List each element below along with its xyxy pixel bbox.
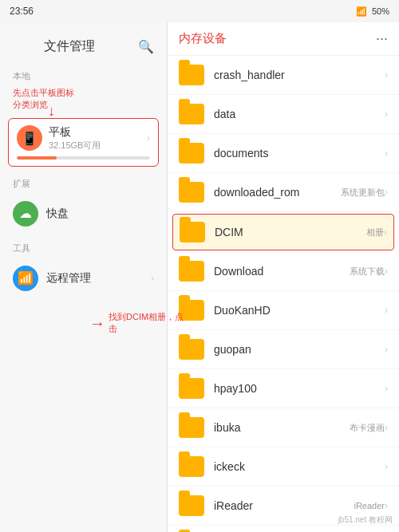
file-subtitle: 系统更新包 xyxy=(341,187,385,199)
folder-icon xyxy=(179,417,204,438)
file-arrow-icon: › xyxy=(385,305,388,316)
folder-icon xyxy=(179,495,204,516)
file-subtitle: 布卡漫画 xyxy=(350,422,385,434)
folder-icon-dcim xyxy=(180,222,205,242)
battery-icon: 50% xyxy=(372,6,389,16)
section-label-local: 本地 xyxy=(0,65,167,85)
kuaipan-label: 快盘 xyxy=(46,207,154,221)
down-arrow-icon: ↓ xyxy=(48,104,55,118)
file-name: hpay100 xyxy=(214,382,385,395)
file-subtitle: 系统下载 xyxy=(350,266,385,278)
file-name-dcim: DCIM xyxy=(215,226,361,238)
file-list: crash_handler › data › documents › downl… xyxy=(168,56,399,532)
status-right: 📶 50% xyxy=(356,6,389,17)
section-label-tools: 工具 xyxy=(0,234,167,258)
dcim-arrow-wrap: → 找到DCIM相册，点击 xyxy=(89,311,184,336)
file-arrow-icon: › xyxy=(385,108,388,120)
file-name: iReader xyxy=(214,499,349,512)
file-item-jingdong[interactable]: jingdong 京东商城 › xyxy=(168,526,399,532)
file-arrow-icon: › xyxy=(385,266,388,277)
dcim-annotation: → 找到DCIM相册，点击 xyxy=(89,311,184,336)
annotation-click-tablet: 先点击平板图标 分类浏览 xyxy=(0,85,167,115)
folder-icon xyxy=(179,65,204,85)
folder-icon xyxy=(179,182,204,203)
file-item-hpay100[interactable]: hpay100 › xyxy=(168,369,399,408)
device-info: 平板 32.15GB可用 xyxy=(49,125,140,152)
file-name: ickeck xyxy=(214,460,385,473)
right-panel-title: 内存设备 xyxy=(179,31,227,46)
file-arrow-icon: › xyxy=(385,148,388,159)
device-name: 平板 xyxy=(49,125,140,140)
file-arrow-icon: › xyxy=(385,344,388,355)
more-button[interactable]: ··· xyxy=(376,30,388,47)
device-space: 32.15GB可用 xyxy=(49,140,140,152)
file-item-duokanhd[interactable]: DuoKanHD › xyxy=(168,291,399,330)
folder-icon xyxy=(179,456,204,477)
folder-icon xyxy=(179,261,204,282)
wifi-icon: 📶 xyxy=(356,6,367,17)
sidebar-title: 文件管理 xyxy=(10,38,128,55)
sidebar-item-remote[interactable]: 📶 远程管理 › xyxy=(0,258,167,299)
folder-icon xyxy=(179,143,204,164)
status-bar: 23:56 📶 50% xyxy=(0,0,399,22)
file-name: Download xyxy=(214,265,345,278)
status-time: 23:56 xyxy=(10,6,34,17)
file-item-ibuka[interactable]: ibuka 布卡漫画 › xyxy=(168,408,399,447)
remote-label: 远程管理 xyxy=(46,271,143,286)
folder-icon xyxy=(179,378,204,399)
storage-bar-fill xyxy=(17,156,57,160)
file-item-downloaded-rom[interactable]: downloaded_rom 系统更新包 › xyxy=(168,173,399,212)
main-layout: 文件管理 🔍 本地 先点击平板图标 分类浏览 ↓ 📱 平板 32.15GB可用 xyxy=(0,22,399,532)
folder-icon xyxy=(179,339,204,360)
sidebar-header: 文件管理 🔍 xyxy=(0,30,167,65)
device-arrow-icon: › xyxy=(147,132,150,144)
file-arrow-icon: › xyxy=(384,227,387,238)
kuaipan-icon: ☁ xyxy=(13,201,38,227)
file-item-guopan[interactable]: guopan › xyxy=(168,330,399,369)
dcim-annotation-text: 找到DCIM相册，点击 xyxy=(109,311,184,336)
file-item-download[interactable]: Download 系统下载 › xyxy=(168,252,399,291)
file-arrow-icon: › xyxy=(385,500,388,511)
section-label-expand: 扩展 xyxy=(0,170,167,193)
file-name: data xyxy=(214,108,385,120)
file-name: documents xyxy=(214,147,385,160)
file-subtitle-dcim: 相册 xyxy=(366,227,384,238)
down-arrow-annotation: ↓ xyxy=(48,104,55,118)
remote-arrow-icon: › xyxy=(151,273,154,284)
device-item-header: 📱 平板 32.15GB可用 › xyxy=(17,125,150,152)
file-item-dcim[interactable]: DCIM 相册 › xyxy=(172,214,394,250)
file-arrow-icon: › xyxy=(385,69,388,81)
tablet-icon: 📱 xyxy=(17,125,42,151)
file-arrow-icon: › xyxy=(385,461,388,472)
file-arrow-icon: › xyxy=(385,422,388,433)
sidebar: 文件管理 🔍 本地 先点击平板图标 分类浏览 ↓ 📱 平板 32.15GB可用 xyxy=(0,22,168,532)
watermark: jb51.net 教程网 xyxy=(338,514,393,526)
tablet-device-item[interactable]: 📱 平板 32.15GB可用 › xyxy=(8,118,159,167)
remote-icon: 📶 xyxy=(13,266,38,291)
file-name: DuoKanHD xyxy=(214,304,385,317)
search-icon[interactable]: 🔍 xyxy=(135,35,157,57)
file-item-documents[interactable]: documents › xyxy=(168,134,399,173)
dcim-right-arrow-icon: → xyxy=(89,314,105,333)
folder-icon xyxy=(179,104,204,124)
file-name: ibuka xyxy=(214,421,345,434)
storage-bar xyxy=(17,156,150,160)
file-item-data[interactable]: data › xyxy=(168,95,399,134)
right-header: 内存设备 ··· xyxy=(168,22,399,56)
sidebar-item-kuaipan[interactable]: ☁ 快盘 xyxy=(0,193,167,234)
file-name: crash_handler xyxy=(214,69,385,81)
file-arrow-icon: › xyxy=(385,383,388,394)
file-name: guopan xyxy=(214,343,385,356)
file-arrow-icon: › xyxy=(385,187,388,198)
file-item-crash-handler[interactable]: crash_handler › xyxy=(168,56,399,95)
file-subtitle: iReader xyxy=(354,501,385,510)
tablet-annotation-wrap: ↓ 📱 平板 32.15GB可用 › xyxy=(0,118,167,167)
file-name: downloaded_rom xyxy=(214,186,336,199)
right-panel: 内存设备 ··· crash_handler › data › document… xyxy=(168,22,399,532)
file-item-ickeck[interactable]: ickeck › xyxy=(168,447,399,487)
